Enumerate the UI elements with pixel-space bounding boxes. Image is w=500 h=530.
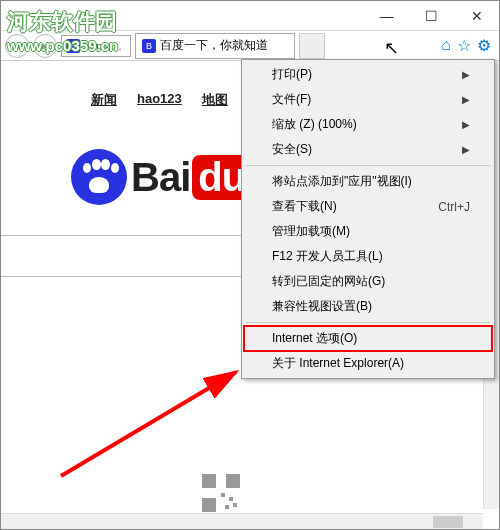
scroll-thumb[interactable]	[433, 516, 463, 528]
horizontal-scrollbar[interactable]	[1, 513, 483, 529]
mouse-cursor-icon: ↖	[384, 37, 399, 59]
tab-title: 百度一下，你就知道	[160, 37, 268, 54]
nav-map[interactable]: 地图	[202, 91, 228, 109]
menu-internet-options[interactable]: Internet 选项(O)	[244, 326, 492, 351]
nav-hao123[interactable]: hao123	[137, 91, 182, 109]
menu-pinned-sites[interactable]: 转到已固定的网站(G)	[244, 269, 492, 294]
maximize-button[interactable]: ☐	[409, 1, 454, 31]
home-icon[interactable]: ⌂	[441, 36, 451, 55]
watermark: 河东软件园 www.pc0359.cn	[7, 7, 118, 54]
menu-safety[interactable]: 安全(S)▶	[244, 137, 492, 162]
menu-print[interactable]: 打印(P)▶	[244, 62, 492, 87]
menu-addons[interactable]: 管理加载项(M)	[244, 219, 492, 244]
svg-line-0	[61, 372, 236, 476]
shortcut-text: Ctrl+J	[438, 200, 470, 214]
svg-rect-10	[233, 503, 237, 507]
new-tab-button[interactable]	[299, 33, 325, 59]
chevron-right-icon: ▶	[462, 119, 470, 130]
watermark-site: 河东软件园	[7, 7, 118, 37]
menu-compat-view[interactable]: 兼容性视图设置(B)	[244, 294, 492, 319]
menu-downloads[interactable]: 查看下载(N)Ctrl+J	[244, 194, 492, 219]
favorites-icon[interactable]: ☆	[457, 36, 471, 55]
paw-icon	[71, 149, 127, 205]
red-arrow-annotation	[51, 366, 271, 490]
menu-add-to-apps[interactable]: 将站点添加到"应用"视图(I)	[244, 169, 492, 194]
chevron-right-icon: ▶	[462, 144, 470, 155]
tools-menu: 打印(P)▶ 文件(F)▶ 缩放 (Z) (100%)▶ 安全(S)▶ 将站点添…	[241, 59, 495, 379]
toolbar-icons: ⌂ ☆ ⚙	[441, 36, 495, 55]
menu-separator	[246, 165, 490, 166]
chevron-right-icon: ▶	[462, 69, 470, 80]
tools-icon[interactable]: ⚙	[477, 36, 491, 55]
menu-file[interactable]: 文件(F)▶	[244, 87, 492, 112]
nav-news[interactable]: 新闻	[91, 91, 117, 109]
tab-favicon-icon: B	[142, 39, 156, 53]
watermark-url: www.pc0359.cn	[7, 37, 118, 54]
svg-rect-8	[229, 497, 233, 501]
menu-separator	[246, 322, 490, 323]
svg-rect-7	[221, 493, 225, 497]
close-button[interactable]: ✕	[454, 1, 499, 31]
chevron-right-icon: ▶	[462, 94, 470, 105]
minimize-button[interactable]: —	[364, 1, 409, 31]
menu-devtools[interactable]: F12 开发人员工具(L)	[244, 244, 492, 269]
menu-zoom[interactable]: 缩放 (Z) (100%)▶	[244, 112, 492, 137]
browser-tab[interactable]: B 百度一下，你就知道	[135, 33, 295, 59]
menu-about-ie[interactable]: 关于 Internet Explorer(A)	[244, 351, 492, 376]
svg-rect-6	[206, 502, 212, 508]
svg-rect-9	[225, 505, 229, 509]
